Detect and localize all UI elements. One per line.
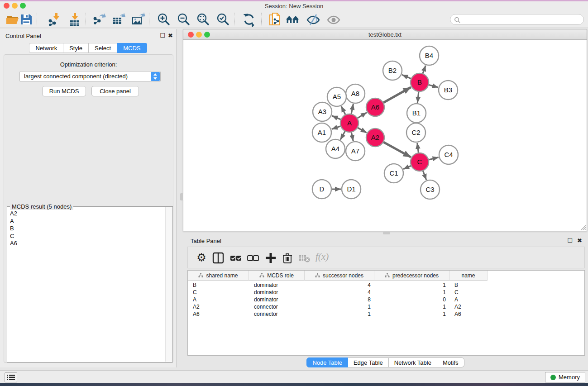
horizontal-scroll-nub[interactable]: [383, 232, 390, 234]
run-mcds-button[interactable]: Run MCDS: [42, 86, 86, 96]
graph-node-A8[interactable]: A8: [346, 84, 365, 103]
column-header-successor-nodes[interactable]: successor nodes: [305, 271, 374, 281]
open-session-icon[interactable]: [5, 12, 20, 27]
graph-node-A7[interactable]: A7: [346, 142, 365, 161]
graph-node-A2[interactable]: A2: [366, 129, 384, 147]
table-row[interactable]: Bdominator41B: [188, 281, 584, 289]
graph-node-B2[interactable]: B2: [383, 61, 402, 80]
node-label: A4: [331, 145, 339, 152]
column-header-label: predecessor nodes: [392, 272, 439, 279]
tab-edge-table[interactable]: Edge Table: [348, 357, 389, 367]
tab-select[interactable]: Select: [89, 43, 117, 53]
zoom-out-icon[interactable]: [177, 12, 191, 27]
column-header-predecessor-nodes[interactable]: predecessor nodes: [374, 271, 449, 281]
graph-node-B[interactable]: B: [411, 73, 429, 91]
criterion-dropdown[interactable]: largest connected component (directed): [19, 71, 161, 82]
close-panel-button[interactable]: Close panel: [91, 86, 139, 96]
graph-node-A5[interactable]: A5: [327, 87, 346, 106]
graph-node-A3[interactable]: A3: [313, 102, 332, 121]
graph-node-A4[interactable]: A4: [326, 139, 345, 158]
column-header-label: name: [461, 272, 475, 279]
tab-network-table[interactable]: Network Table: [389, 357, 437, 367]
node-label: A2: [371, 133, 379, 141]
result-item[interactable]: A6: [8, 240, 165, 248]
table-row[interactable]: Adominator80A: [188, 296, 584, 303]
table-settings-gear-icon[interactable]: ⚙: [195, 252, 208, 264]
zoom-selected-icon[interactable]: [216, 12, 230, 27]
float-table-panel-icon[interactable]: ☐: [567, 237, 573, 244]
graph-node-A6[interactable]: A6: [366, 98, 384, 116]
graph-node-B3[interactable]: B3: [439, 81, 458, 100]
select-all-icon[interactable]: [229, 252, 242, 264]
result-item[interactable]: A: [8, 218, 165, 225]
import-network-icon[interactable]: [47, 12, 62, 27]
graph-node-B4[interactable]: B4: [420, 46, 439, 65]
search-input[interactable]: [450, 14, 584, 25]
export-table-icon[interactable]: [111, 12, 126, 27]
graph-node-A[interactable]: A: [340, 114, 359, 132]
graph-node-C2[interactable]: C2: [406, 123, 425, 142]
show-columns-icon[interactable]: [212, 252, 225, 264]
graph-node-C4[interactable]: C4: [439, 145, 458, 164]
zoom-in-icon[interactable]: [157, 12, 171, 27]
panel-menu-button[interactable]: [5, 372, 17, 382]
memory-button[interactable]: Memory: [545, 372, 585, 382]
table-header-row: shared nameMCDS rolesuccessor nodesprede…: [188, 271, 488, 281]
hide-glasses-icon[interactable]: [306, 12, 320, 27]
tab-network[interactable]: Network: [29, 43, 63, 53]
tab-motifs[interactable]: Motifs: [437, 357, 464, 367]
graph-node-A1[interactable]: A1: [312, 123, 331, 142]
criterion-value: largest connected component (directed): [24, 73, 128, 80]
app-titlebar: Session: New Session: [0, 1, 588, 10]
mcds-result-list[interactable]: A2ABCA6: [8, 210, 165, 362]
result-item[interactable]: B: [8, 225, 165, 233]
memory-status-icon: [550, 375, 556, 380]
node-table[interactable]: shared nameMCDS rolesuccessor nodesprede…: [187, 270, 585, 356]
graph-node-B1[interactable]: B1: [407, 104, 426, 123]
network-graph-canvas[interactable]: B4B2BB3A8A5A6A3B1AC2A1A2A4A7C4CC1C3DD1: [184, 40, 587, 231]
node-layer: B4B2BB3A8A5A6A3B1AC2A1A2A4A7C4CC1C3DD1: [312, 46, 458, 199]
table-row[interactable]: Cdominator41C: [188, 289, 584, 296]
export-network-icon[interactable]: [92, 12, 106, 27]
copy-network-icon[interactable]: [268, 12, 282, 27]
tab-style[interactable]: Style: [63, 43, 89, 53]
delete-table-icon[interactable]: [298, 252, 311, 264]
table-row[interactable]: A6connector11A6: [188, 310, 584, 318]
table-row[interactable]: A2connector11A2: [188, 303, 584, 310]
zoom-fit-icon[interactable]: [196, 12, 210, 27]
node-label: D: [320, 185, 325, 193]
graph-node-C[interactable]: C: [411, 153, 429, 171]
function-builder-icon[interactable]: f(x): [316, 251, 329, 262]
export-image-icon[interactable]: [131, 12, 145, 27]
result-item[interactable]: C: [8, 233, 165, 240]
deselect-all-icon[interactable]: [247, 252, 259, 264]
result-scrollbar[interactable]: [165, 207, 172, 362]
graph-node-D1[interactable]: D1: [342, 180, 361, 199]
close-table-panel-icon[interactable]: ✖: [577, 237, 582, 244]
graph-node-C3[interactable]: C3: [421, 180, 440, 199]
network-view-window: testGlobe.txt B4B2BB3A8A5A6A3B1AC2A1A2A4…: [183, 29, 587, 231]
column-header-shared-name[interactable]: shared name: [188, 271, 249, 281]
result-item[interactable]: A2: [8, 210, 165, 218]
main-toolbar: [0, 10, 588, 28]
add-column-icon[interactable]: [264, 252, 277, 264]
graph-node-D[interactable]: D: [312, 180, 331, 199]
show-eye-icon[interactable]: [326, 12, 341, 27]
network-window-titlebar[interactable]: testGlobe.txt: [183, 29, 587, 40]
float-panel-icon[interactable]: ☐: [160, 32, 165, 39]
graph-node-C1[interactable]: C1: [384, 164, 403, 183]
close-panel-icon[interactable]: ✖: [168, 32, 173, 39]
home-icon[interactable]: [285, 12, 300, 27]
control-panel-title: Control Panel: [5, 33, 41, 39]
vertical-scroll-nub[interactable]: [180, 193, 183, 200]
tab-node-table[interactable]: Node Table: [306, 357, 348, 367]
mcds-result-title: MCDS result (5 nodes): [10, 203, 73, 210]
save-session-icon[interactable]: [19, 12, 33, 27]
tab-mcds[interactable]: MCDS: [117, 43, 147, 53]
delete-column-trash-icon[interactable]: [281, 252, 294, 264]
window-resize-grip[interactable]: [580, 224, 586, 230]
column-header-MCDS-role[interactable]: MCDS role: [249, 271, 305, 281]
refresh-layout-icon[interactable]: [242, 12, 256, 27]
column-header-name[interactable]: name: [449, 271, 488, 281]
import-table-icon[interactable]: [67, 12, 82, 27]
